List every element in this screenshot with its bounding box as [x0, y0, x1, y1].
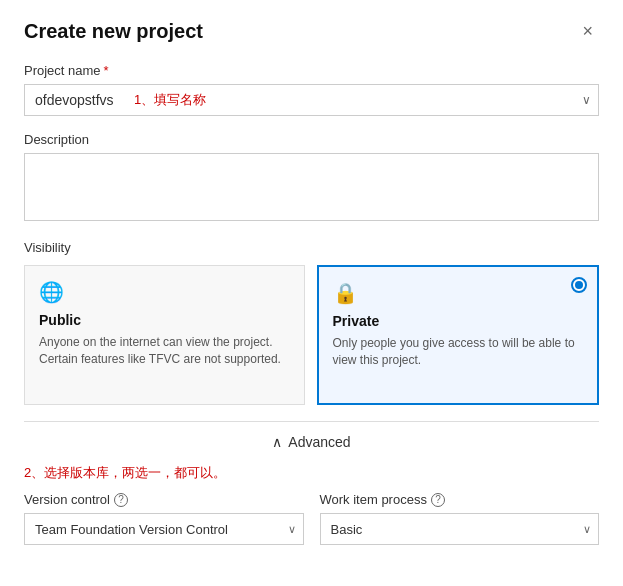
- description-input[interactable]: [24, 153, 599, 221]
- visibility-private-card[interactable]: 🔒 Private Only people you give access to…: [317, 265, 600, 405]
- private-title: Private: [333, 313, 584, 329]
- description-field: Description: [24, 132, 599, 224]
- project-name-chevron-icon: ∨: [582, 93, 591, 107]
- version-control-field: Version control ? Team Foundation Versio…: [24, 492, 304, 545]
- globe-icon: 🌐: [39, 280, 290, 304]
- project-name-input[interactable]: [24, 84, 599, 116]
- description-label: Description: [24, 132, 599, 147]
- radio-outer: [571, 277, 587, 293]
- advanced-annotation: 2、选择版本库，两选一，都可以。: [24, 464, 599, 482]
- project-name-field: Project name* ∨ 1、填写名称: [24, 63, 599, 116]
- caret-up-icon: ∧: [272, 434, 282, 450]
- work-item-field: Work item process ? Basic Agile Scrum CM…: [320, 492, 600, 545]
- close-button[interactable]: ×: [576, 20, 599, 42]
- public-title: Public: [39, 312, 290, 328]
- work-item-label: Work item process ?: [320, 492, 600, 507]
- advanced-label: Advanced: [288, 434, 350, 450]
- dialog-title: Create new project: [24, 20, 203, 43]
- project-name-row: ∨ 1、填写名称: [24, 84, 599, 116]
- visibility-label: Visibility: [24, 240, 599, 255]
- radio-inner: [575, 281, 583, 289]
- required-star: *: [104, 63, 109, 78]
- version-control-label: Version control ?: [24, 492, 304, 507]
- dialog-header: Create new project ×: [24, 20, 599, 43]
- version-control-select[interactable]: Team Foundation Version Control Git: [24, 513, 304, 545]
- project-name-wrapper: ∨: [24, 84, 599, 116]
- version-control-help-icon[interactable]: ?: [114, 493, 128, 507]
- advanced-section: ∧ Advanced: [24, 421, 599, 450]
- project-name-label: Project name*: [24, 63, 599, 78]
- version-control-select-wrapper: Team Foundation Version Control Git ∨: [24, 513, 304, 545]
- private-desc: Only people you give access to will be a…: [333, 335, 584, 369]
- advanced-fields: Version control ? Team Foundation Versio…: [24, 492, 599, 545]
- private-radio[interactable]: [571, 277, 587, 293]
- visibility-public-card[interactable]: 🌐 Public Anyone on the internet can view…: [24, 265, 305, 405]
- work-item-select[interactable]: Basic Agile Scrum CMMI: [320, 513, 600, 545]
- create-project-dialog: Create new project × Project name* ∨ 1、填…: [0, 0, 623, 586]
- work-item-help-icon[interactable]: ?: [431, 493, 445, 507]
- public-desc: Anyone on the internet can view the proj…: [39, 334, 290, 368]
- visibility-field: Visibility 🌐 Public Anyone on the intern…: [24, 240, 599, 405]
- lock-icon: 🔒: [333, 281, 584, 305]
- advanced-header: ∧ Advanced: [24, 434, 599, 450]
- visibility-options: 🌐 Public Anyone on the internet can view…: [24, 265, 599, 405]
- work-item-select-wrapper: Basic Agile Scrum CMMI ∨: [320, 513, 600, 545]
